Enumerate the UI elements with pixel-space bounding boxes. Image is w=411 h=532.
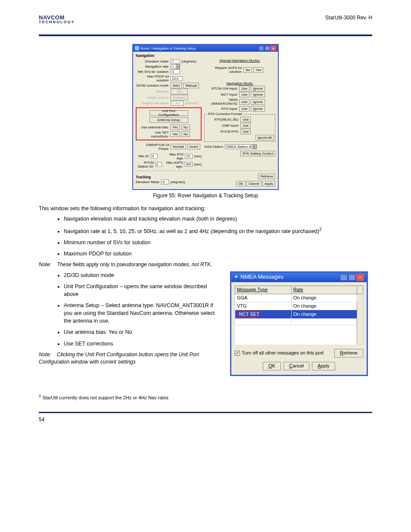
- minimize-button[interactable]: _: [340, 274, 348, 281]
- min-sv-input[interactable]: [171, 69, 180, 74]
- use-set-corr-label: Use SET corrections:: [138, 131, 169, 138]
- sec-unit-2: (sec): [194, 162, 202, 166]
- phase-normal-button[interactable]: Normal: [171, 144, 186, 149]
- minimize-button[interactable]: _: [258, 46, 264, 51]
- footnote-text: StarUtil currently does not support the …: [42, 395, 168, 400]
- retrieve-button[interactable]: Retrieve: [258, 174, 275, 179]
- wct-label: WCT input:: [204, 93, 238, 96]
- rtg-ignore[interactable]: Ignore: [251, 106, 265, 112]
- site-id-input[interactable]: [151, 154, 158, 159]
- wct-ignore[interactable]: Ignore: [251, 92, 265, 97]
- height-hold-label: Height hold value:: [136, 101, 169, 105]
- max-rtk-age-input[interactable]: [185, 154, 193, 159]
- table-row[interactable]: [235, 332, 363, 338]
- wct-use[interactable]: Use: [239, 92, 249, 97]
- max-dgps-age-label: Max dGPS age:: [166, 161, 183, 168]
- turnoff-checkbox[interactable]: ✓: [235, 351, 240, 356]
- nmea-apply-button[interactable]: Apply: [312, 362, 335, 370]
- note-2: Note: Clicking the Unit Port Configurati…: [39, 351, 222, 366]
- auto-button[interactable]: Auto: [171, 83, 182, 88]
- turnoff-label: Turn off all other messages on this port: [242, 350, 324, 357]
- special-nav-modes-heading: Special Navigation Modes:: [204, 59, 275, 62]
- cell-rate: On change: [291, 310, 357, 319]
- antenna-bias-no[interactable]: No: [181, 124, 190, 130]
- nmea-ok-button[interactable]: OK: [263, 362, 281, 370]
- rtcm104-ignore[interactable]: Ignore: [251, 86, 265, 91]
- note-1: Note: These fields apply only to pseudor…: [39, 261, 372, 268]
- elev-mask-input[interactable]: [171, 59, 180, 64]
- nmea-cancel-button[interactable]: Cancel: [283, 362, 309, 370]
- dropdown-arrow-icon[interactable]: ▾: [176, 65, 180, 68]
- sec-unit: (sec): [194, 154, 202, 158]
- col-rate[interactable]: Rate: [291, 286, 357, 294]
- unit-port-config-button[interactable]: Unit Port Configuration: [149, 110, 188, 116]
- rtk-setting-control-button[interactable]: RTK Setting Control: [240, 151, 275, 156]
- ok-button[interactable]: OK: [236, 181, 246, 187]
- doc-title: StarUtil-3000 Rev. H: [325, 15, 372, 21]
- apply-button[interactable]: Apply: [262, 181, 275, 187]
- rtk5e-use[interactable]: Use: [240, 117, 251, 122]
- ignore-all-button[interactable]: Ignore All: [255, 135, 274, 140]
- set-corr-yes[interactable]: Yes: [170, 131, 180, 137]
- table-row[interactable]: GGA On change: [235, 294, 363, 302]
- col-message-type[interactable]: Message Type: [235, 286, 292, 294]
- sbas-use[interactable]: Use: [239, 99, 249, 105]
- cell-type: VTG: [235, 302, 292, 310]
- logo-main: NAVCOM: [39, 15, 372, 20]
- page-number: 54: [39, 417, 44, 423]
- table-row[interactable]: [235, 319, 363, 325]
- degrees-unit-2: (degrees): [170, 180, 185, 184]
- cmr-input-label: CMR input:: [206, 124, 239, 128]
- require-dgps-yes[interactable]: Yes: [253, 67, 263, 73]
- phase-invert-button[interactable]: Invert: [187, 144, 200, 149]
- bullet-7: Antenna Setup – Select antenna type: NAV…: [64, 302, 222, 325]
- cmr-use[interactable]: Use: [240, 123, 251, 128]
- footnote-ref: 2: [319, 227, 322, 232]
- rtg-label: RTG input:: [204, 107, 238, 111]
- rtcmrtk-use[interactable]: Use: [240, 129, 251, 134]
- app-icon: ✦: [234, 273, 239, 281]
- sbas-ignore[interactable]: Ignore: [251, 99, 265, 105]
- max-dgps-age-input[interactable]: [184, 162, 193, 167]
- manual-button[interactable]: Manual: [183, 83, 199, 88]
- intro-paragraph: This window sets the following informati…: [39, 205, 372, 212]
- gga-option-label: GGA Option:: [204, 145, 224, 149]
- bullet-5: 2D/3D solution mode: [64, 271, 222, 279]
- rtcm-rtk-label: RTCM RTK:: [206, 130, 239, 134]
- require-dgps-no[interactable]: No: [243, 67, 252, 73]
- iteration-label: Iteration:: [136, 90, 169, 93]
- antenna-bias-yes[interactable]: Yes: [170, 124, 180, 130]
- close-button[interactable]: ×: [271, 46, 276, 51]
- rtcm104-use[interactable]: Use: [239, 86, 249, 91]
- max-pdop-input[interactable]: [171, 76, 183, 81]
- rtg-use[interactable]: Use: [239, 106, 249, 112]
- close-button[interactable]: ×: [356, 274, 364, 281]
- nmea-window-title: NMEA Messages: [240, 273, 283, 281]
- cancel-button[interactable]: Cancel: [246, 181, 262, 187]
- page-footer: 54: [39, 412, 372, 423]
- site-id-label: Site ID:: [136, 154, 149, 158]
- nct-set-highlight: NCT SET: [237, 311, 262, 317]
- table-row-selected[interactable]: NCT SET On change: [235, 310, 363, 319]
- bullet-3: Minimum number of SVs for solution: [64, 239, 372, 246]
- use-antenna-bias-label: Use antenna bias:: [138, 125, 169, 129]
- max-rtk-age-label: Max RTK Age:: [162, 152, 184, 160]
- logo-sub: TECHNOLOGY: [39, 20, 372, 24]
- red-highlight-box: Unit Port Configuration Antenna Setup Us…: [136, 107, 202, 140]
- table-row[interactable]: [235, 325, 363, 332]
- bullet-6: Unit Port Configuration – opens the same…: [64, 283, 222, 298]
- cell-type: GGA: [235, 294, 292, 302]
- bullet-2: Navigation rate at 1, 5, 10, 25, or 50Hz…: [64, 228, 319, 234]
- antenna-setup-button[interactable]: Antenna Setup: [149, 117, 188, 123]
- nmea-retrieve-button[interactable]: Retrieve: [334, 349, 363, 358]
- maximize-button[interactable]: □: [348, 274, 356, 281]
- rtcm-station-input[interactable]: [155, 162, 162, 167]
- gga-option-select[interactable]: [225, 144, 257, 149]
- table-row[interactable]: VTG On change: [235, 302, 363, 310]
- tracking-elev-label: Elevation Mask:: [136, 180, 160, 184]
- table-row[interactable]: [235, 338, 363, 345]
- tracking-elev-input[interactable]: [161, 180, 169, 184]
- set-corr-no[interactable]: No: [181, 131, 190, 137]
- maximize-button[interactable]: □: [265, 46, 270, 51]
- dropdown-arrow-icon[interactable]: ▾: [252, 145, 256, 149]
